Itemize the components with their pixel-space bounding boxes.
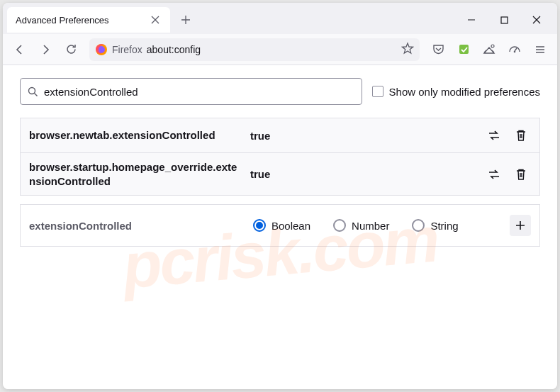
firefox-icon	[95, 43, 108, 56]
show-modified-checkbox[interactable]: Show only modified preferences	[372, 86, 540, 98]
add-button[interactable]	[510, 215, 531, 236]
trash-icon	[515, 168, 527, 181]
back-icon	[13, 43, 26, 56]
close-icon	[151, 16, 159, 24]
star-icon	[401, 42, 414, 55]
close-tab-button[interactable]	[149, 13, 162, 26]
reload-button[interactable]	[60, 38, 82, 61]
url-text: about:config	[147, 44, 397, 55]
maximize-icon	[500, 16, 508, 24]
content-area: Show only modified preferences browser.n…	[3, 65, 557, 389]
toggle-button[interactable]	[484, 164, 504, 184]
new-preference-row: extensionControlled Boolean Number Strin…	[20, 204, 540, 247]
radio-label: String	[430, 220, 458, 232]
radio-icon	[333, 219, 346, 232]
preference-row: browser.startup.homepage_override.extens…	[21, 153, 539, 196]
browser-tab[interactable]: Advanced Preferences	[7, 7, 170, 33]
url-label: Firefox	[112, 44, 142, 55]
extension-button[interactable]	[452, 38, 475, 61]
radio-string[interactable]: String	[412, 219, 458, 232]
window-controls	[455, 9, 553, 31]
close-icon	[532, 16, 541, 24]
account-icon	[483, 43, 495, 56]
toggle-icon	[487, 128, 501, 142]
search-row: Show only modified preferences	[20, 78, 540, 105]
radio-number[interactable]: Number	[333, 219, 389, 232]
overflow-button[interactable]	[503, 38, 526, 61]
svg-point-6	[29, 87, 35, 94]
minimize-icon	[467, 16, 476, 24]
pocket-icon	[432, 43, 444, 55]
browser-window: Advanced Preferences Firefox about:confi…	[3, 3, 557, 389]
preference-row: browser.newtab.extensionControlled true	[21, 118, 539, 153]
hamburger-icon	[534, 44, 546, 55]
delete-button[interactable]	[511, 125, 531, 145]
radio-icon	[412, 219, 425, 232]
minimize-button[interactable]	[455, 9, 488, 31]
tab-title: Advanced Preferences	[16, 15, 109, 26]
svg-point-5	[514, 50, 516, 52]
reload-icon	[65, 43, 77, 55]
toolbar: Firefox about:config	[3, 34, 557, 65]
maximize-button[interactable]	[488, 9, 520, 31]
plus-icon	[181, 15, 191, 25]
search-container	[20, 78, 362, 105]
bookmark-button[interactable]	[401, 42, 414, 57]
pref-value: true	[250, 130, 476, 142]
toggle-icon	[487, 167, 501, 181]
row-actions	[484, 164, 531, 184]
svg-rect-3	[459, 45, 469, 54]
search-input[interactable]	[44, 86, 354, 98]
new-pref-name: extensionControlled	[29, 220, 242, 232]
search-icon	[28, 86, 38, 97]
radio-boolean[interactable]: Boolean	[253, 219, 310, 232]
account-button[interactable]	[478, 38, 500, 61]
trash-icon	[515, 129, 527, 142]
pref-value: true	[250, 168, 476, 180]
pocket-button[interactable]	[427, 38, 449, 61]
extension-icon	[458, 43, 470, 55]
delete-button[interactable]	[511, 164, 531, 184]
forward-icon	[39, 43, 52, 56]
radio-icon	[253, 219, 266, 232]
menu-button[interactable]	[529, 38, 551, 61]
type-radio-group: Boolean Number String	[253, 219, 498, 232]
toggle-button[interactable]	[484, 125, 504, 145]
checkbox-label: Show only modified preferences	[389, 86, 540, 98]
titlebar: Advanced Preferences	[3, 3, 557, 34]
preference-list: browser.newtab.extensionControlled true …	[20, 118, 540, 196]
url-bar[interactable]: Firefox about:config	[89, 38, 420, 61]
pref-name: browser.newtab.extensionControlled	[29, 128, 242, 142]
radio-label: Boolean	[271, 220, 310, 232]
radio-label: Number	[352, 220, 389, 232]
dashboard-icon	[508, 43, 521, 56]
svg-point-4	[491, 45, 494, 47]
checkbox-icon	[372, 86, 383, 97]
new-tab-button[interactable]	[174, 9, 197, 31]
svg-rect-0	[501, 17, 508, 23]
pref-name: browser.startup.homepage_override.extens…	[29, 160, 242, 188]
forward-button[interactable]	[34, 38, 57, 61]
row-actions	[484, 125, 531, 145]
back-button[interactable]	[9, 38, 31, 61]
plus-icon	[515, 220, 525, 230]
close-window-button[interactable]	[520, 9, 553, 31]
